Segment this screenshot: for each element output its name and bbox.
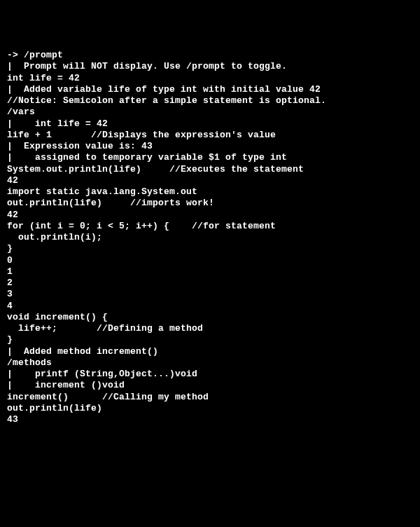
terminal-line: | printf (String,Object...)void [7, 369, 413, 380]
terminal-line: | assigned to temporary variable $1 of t… [7, 152, 413, 163]
terminal-line: import static java.lang.System.out [7, 186, 413, 198]
terminal-line: 4 [7, 301, 413, 312]
terminal-line: life + 1 //Displays the expression's val… [7, 130, 413, 141]
terminal-line: out.println(life) //imports work! [7, 198, 413, 209]
terminal-line: out.println(i); [7, 232, 413, 243]
terminal-line: 43 [7, 414, 413, 425]
terminal-line: } [7, 243, 413, 254]
terminal-line: } [7, 334, 413, 345]
terminal-line: 42 [7, 175, 413, 186]
terminal-line: /vars [7, 107, 413, 118]
terminal-line: /methods [7, 357, 413, 369]
terminal-line: 2 [7, 278, 413, 289]
terminal-line: 42 [7, 210, 413, 221]
terminal-line: //Notice: Semicolon after a simple state… [7, 95, 413, 107]
terminal-line: 1 [7, 266, 413, 278]
terminal-line: void increment() { [7, 312, 413, 323]
terminal-line: System.out.println(life) //Executes the … [7, 164, 413, 175]
terminal-line: 3 [7, 289, 413, 300]
terminal-line: for (int i = 0; i < 5; i++) { //for stat… [7, 221, 413, 232]
terminal-line: | Expression value is: 43 [7, 141, 413, 152]
terminal-line: out.println(life) [7, 403, 413, 414]
terminal-line: increment() //Calling my method [7, 392, 413, 403]
terminal-line: int life = 42 [7, 73, 413, 84]
terminal-line: -> /prompt [7, 50, 413, 61]
terminal-output: -> /prompt| Prompt will NOT display. Use… [7, 50, 413, 425]
terminal-line: life++; //Defining a method [7, 323, 413, 334]
terminal-line: 0 [7, 255, 413, 266]
terminal-line: | int life = 42 [7, 118, 413, 130]
terminal-line: | Added method increment() [7, 346, 413, 357]
terminal-line: | Added variable life of type int with i… [7, 84, 413, 95]
terminal-line: | Prompt will NOT display. Use /prompt t… [7, 61, 413, 72]
terminal-line: | increment ()void [7, 380, 413, 391]
